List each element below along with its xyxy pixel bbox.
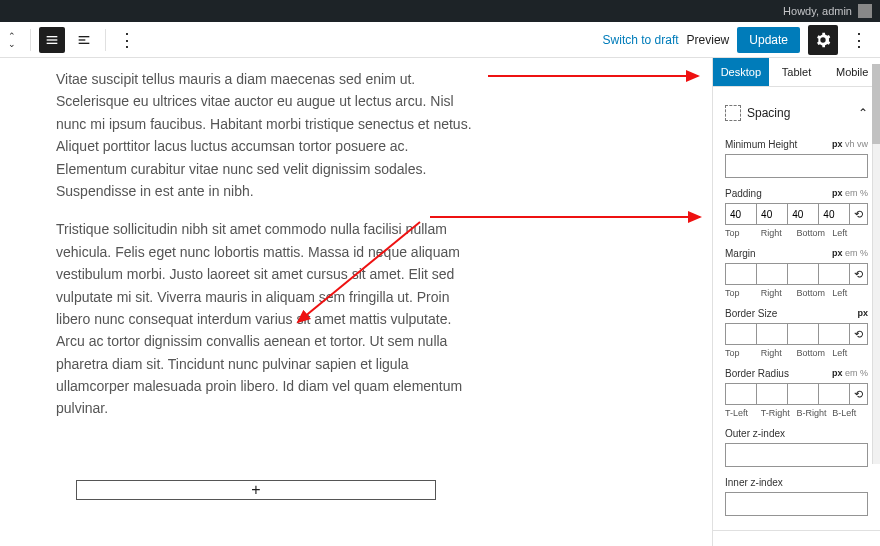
border-link-button[interactable]: ⟲ (849, 323, 868, 345)
margin-field: Marginpx em % ⟲ TopRightBottomLeft (725, 248, 868, 298)
radius-tl-input[interactable] (725, 383, 756, 405)
collapse-toggle[interactable]: ⌃⌄ (8, 32, 22, 48)
field-label: Border Size (725, 308, 777, 319)
panel-title: Spacing (747, 106, 790, 120)
plus-icon: + (251, 481, 260, 499)
svg-rect-2 (47, 42, 58, 43)
separator (105, 29, 106, 51)
paragraph-block[interactable]: Tristique sollicitudin nibh sit amet com… (56, 218, 476, 420)
editor-canvas[interactable]: Vitae suscipit tellus mauris a diam maec… (0, 58, 712, 546)
outer-z-input[interactable] (725, 443, 868, 467)
switch-to-draft-link[interactable]: Switch to draft (603, 33, 679, 47)
border-radius-field: Border Radiuspx em % ⟲ T-LeftT-RightB-Ri… (725, 368, 868, 418)
padding-left-input[interactable] (818, 203, 849, 225)
add-block-button[interactable]: + (76, 480, 436, 500)
radius-br-input[interactable] (787, 383, 818, 405)
scrollbar-thumb[interactable] (872, 64, 880, 144)
tab-tablet[interactable]: Tablet (769, 58, 825, 86)
chevron-up-icon: ⌃ (858, 106, 868, 120)
radius-bl-input[interactable] (818, 383, 849, 405)
border-size-field: Border Sizepx ⟲ TopRightBottomLeft (725, 308, 868, 358)
field-label: Padding (725, 188, 762, 199)
svg-rect-1 (47, 39, 58, 40)
responsive-tabs: Desktop Tablet Mobile (713, 58, 880, 87)
more-options-left[interactable]: ⋮ (114, 31, 140, 49)
spacing-panel-toggle[interactable]: Spacing ⌃ (725, 97, 868, 129)
align-left-button[interactable] (71, 27, 97, 53)
separator (30, 29, 31, 51)
gear-icon (815, 32, 831, 48)
paragraph-block[interactable]: Vitae suscipit tellus mauris a diam maec… (56, 68, 476, 202)
align-justify-button[interactable] (39, 27, 65, 53)
svg-rect-3 (79, 36, 90, 37)
min-height-input[interactable] (725, 154, 868, 178)
field-label: Margin (725, 248, 756, 259)
tab-desktop[interactable]: Desktop (713, 58, 769, 86)
margin-bottom-input[interactable] (787, 263, 818, 285)
padding-link-button[interactable]: ⟲ (849, 203, 868, 225)
field-label: Minimum Height (725, 139, 797, 150)
border-bottom-input[interactable] (787, 323, 818, 345)
settings-sidebar: Desktop Tablet Mobile Spacing ⌃ Minimum … (712, 58, 880, 546)
howdy-text[interactable]: Howdy, admin (783, 5, 852, 17)
border-left-input[interactable] (818, 323, 849, 345)
settings-button[interactable] (808, 25, 838, 55)
svg-rect-5 (79, 42, 90, 43)
outer-z-field: Outer z-index (725, 428, 868, 467)
avatar[interactable] (858, 4, 872, 18)
radius-link-button[interactable]: ⟲ (849, 383, 868, 405)
inner-z-input[interactable] (725, 492, 868, 516)
field-label: Outer z-index (725, 428, 785, 439)
colors-panel-toggle[interactable]: Colors ⌄ (725, 541, 868, 546)
min-height-field: Minimum Heightpx vh vw (725, 139, 868, 178)
border-top-input[interactable] (725, 323, 756, 345)
main-layout: Vitae suscipit tellus mauris a diam maec… (0, 58, 880, 546)
spacing-panel: Spacing ⌃ Minimum Heightpx vh vw Padding… (713, 87, 880, 530)
spacing-icon (725, 105, 741, 121)
margin-left-input[interactable] (818, 263, 849, 285)
margin-link-button[interactable]: ⟲ (849, 263, 868, 285)
radius-tr-input[interactable] (756, 383, 787, 405)
field-label: Border Radius (725, 368, 789, 379)
inner-z-field: Inner z-index (725, 477, 868, 516)
margin-top-input[interactable] (725, 263, 756, 285)
editor-toolbar: ⌃⌄ ⋮ Switch to draft Preview Update ⋮ (0, 22, 880, 58)
border-right-input[interactable] (756, 323, 787, 345)
margin-right-input[interactable] (756, 263, 787, 285)
svg-rect-4 (79, 39, 86, 40)
padding-top-input[interactable] (725, 203, 756, 225)
padding-bottom-input[interactable] (787, 203, 818, 225)
admin-bar: Howdy, admin (0, 0, 880, 22)
padding-field: Paddingpx em % ⟲ TopRightBottomLeft (725, 188, 868, 238)
padding-right-input[interactable] (756, 203, 787, 225)
colors-panel: Colors ⌄ (713, 530, 880, 546)
update-button[interactable]: Update (737, 27, 800, 53)
svg-rect-0 (47, 36, 58, 37)
more-options-right[interactable]: ⋮ (846, 31, 872, 49)
preview-button[interactable]: Preview (687, 33, 730, 47)
field-label: Inner z-index (725, 477, 783, 488)
